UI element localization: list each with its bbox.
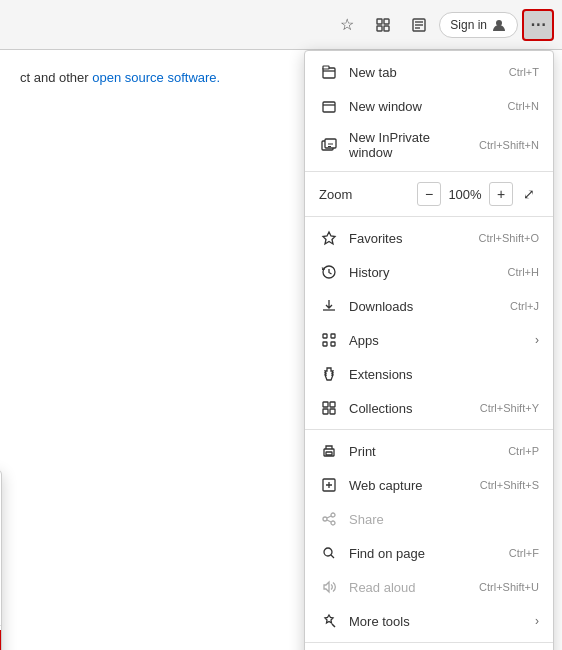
new-tab-shortcut: Ctrl+T bbox=[509, 66, 539, 78]
web-capture-icon bbox=[319, 475, 339, 495]
menu-item-favorites[interactable]: Favorites Ctrl+Shift+O bbox=[305, 221, 553, 255]
menu-item-find[interactable]: Find on page Ctrl+F bbox=[305, 536, 553, 570]
web-capture-label: Web capture bbox=[349, 478, 472, 493]
zoom-out-button[interactable]: − bbox=[417, 182, 441, 206]
svg-rect-23 bbox=[330, 409, 335, 414]
new-tab-label: New tab bbox=[349, 65, 501, 80]
submenu-item-whats-new[interactable]: What's new and tips bbox=[0, 587, 1, 621]
zoom-value: 100% bbox=[447, 187, 483, 202]
svg-rect-1 bbox=[384, 19, 389, 24]
menu-item-print[interactable]: Print Ctrl+P bbox=[305, 434, 553, 468]
sign-in-button[interactable]: Sign in bbox=[439, 12, 518, 38]
share-label: Share bbox=[349, 512, 539, 527]
svg-point-29 bbox=[331, 521, 335, 525]
browser-window: ☆ Sign in ⋯ ct bbox=[0, 0, 562, 650]
submenu-item-send-feedback[interactable]: Send feedback Alt+Shift+I bbox=[0, 509, 1, 553]
extensions-icon bbox=[319, 364, 339, 384]
divider-2 bbox=[305, 216, 553, 217]
svg-rect-16 bbox=[323, 334, 327, 338]
read-aloud-shortcut: Ctrl+Shift+U bbox=[479, 581, 539, 593]
menu-item-more-tools[interactable]: More tools › bbox=[305, 604, 553, 638]
find-shortcut: Ctrl+F bbox=[509, 547, 539, 559]
downloads-shortcut: Ctrl+J bbox=[510, 300, 539, 312]
submenu-item-report-unsafe[interactable]: Report unsafe site bbox=[0, 553, 1, 587]
submenu-item-about-edge[interactable]: About Microsoft Edge bbox=[0, 630, 1, 650]
apps-icon bbox=[319, 330, 339, 350]
svg-rect-22 bbox=[323, 409, 328, 414]
menu-item-collections[interactable]: Collections Ctrl+Shift+Y bbox=[305, 391, 553, 425]
svg-rect-25 bbox=[326, 452, 332, 455]
svg-point-28 bbox=[323, 517, 327, 521]
print-icon bbox=[319, 441, 339, 461]
svg-rect-3 bbox=[384, 26, 389, 31]
favorites-shortcut: Ctrl+Shift+O bbox=[478, 232, 539, 244]
svg-rect-19 bbox=[331, 342, 335, 346]
menu-item-read-aloud[interactable]: Read aloud Ctrl+Shift+U bbox=[305, 570, 553, 604]
favorites-label: Favorites bbox=[349, 231, 470, 246]
divider-3 bbox=[305, 429, 553, 430]
help-submenu: Help F1 Send feedback Alt+Shift+I bbox=[0, 470, 2, 650]
collections-label: Collections bbox=[349, 401, 472, 416]
menu-item-new-window[interactable]: New window Ctrl+N bbox=[305, 89, 553, 123]
apps-label: Apps bbox=[349, 333, 531, 348]
read-aloud-label: Read aloud bbox=[349, 580, 471, 595]
extensions-label: Extensions bbox=[349, 367, 539, 382]
menu-item-extensions[interactable]: Extensions bbox=[305, 357, 553, 391]
inprivate-label: New InPrivate window bbox=[349, 130, 471, 160]
menu-item-downloads[interactable]: Downloads Ctrl+J bbox=[305, 289, 553, 323]
zoom-in-button[interactable]: + bbox=[489, 182, 513, 206]
zoom-label: Zoom bbox=[319, 187, 417, 202]
submenu-divider bbox=[0, 625, 1, 626]
more-menu-button[interactable]: ⋯ bbox=[522, 9, 554, 41]
menu-item-web-capture[interactable]: Web capture Ctrl+Shift+S bbox=[305, 468, 553, 502]
find-label: Find on page bbox=[349, 546, 501, 561]
menu-item-history[interactable]: History Ctrl+H bbox=[305, 255, 553, 289]
svg-rect-2 bbox=[377, 26, 382, 31]
sign-in-label: Sign in bbox=[450, 18, 487, 32]
svg-point-30 bbox=[324, 548, 332, 556]
menu-item-share[interactable]: Share bbox=[305, 502, 553, 536]
favorites-icon bbox=[319, 228, 339, 248]
page-text: ct and other bbox=[20, 70, 92, 85]
reading-view-button[interactable] bbox=[403, 9, 435, 41]
svg-rect-21 bbox=[330, 402, 335, 407]
menu-item-apps[interactable]: Apps › bbox=[305, 323, 553, 357]
collections-shortcut: Ctrl+Shift+Y bbox=[480, 402, 539, 414]
more-tools-icon bbox=[319, 611, 339, 631]
history-shortcut: Ctrl+H bbox=[508, 266, 539, 278]
history-icon bbox=[319, 262, 339, 282]
svg-rect-18 bbox=[323, 342, 327, 346]
more-tools-arrow-icon: › bbox=[535, 614, 539, 628]
collections-button[interactable] bbox=[367, 9, 399, 41]
print-shortcut: Ctrl+P bbox=[508, 445, 539, 457]
downloads-label: Downloads bbox=[349, 299, 502, 314]
more-tools-label: More tools bbox=[349, 614, 531, 629]
zoom-controls: − 100% + ⤢ bbox=[417, 182, 539, 206]
svg-rect-11 bbox=[323, 102, 335, 112]
submenu-item-help[interactable]: Help F1 bbox=[0, 475, 1, 509]
fullscreen-icon[interactable]: ⤢ bbox=[519, 184, 539, 204]
main-dropdown-menu: New tab Ctrl+T New window Ctrl+N bbox=[304, 50, 554, 650]
favorites-star-button[interactable]: ☆ bbox=[331, 9, 363, 41]
menu-item-new-tab[interactable]: New tab Ctrl+T bbox=[305, 55, 553, 89]
apps-arrow-icon: › bbox=[535, 333, 539, 347]
svg-marker-14 bbox=[323, 232, 335, 244]
downloads-icon bbox=[319, 296, 339, 316]
svg-rect-10 bbox=[323, 66, 329, 69]
svg-rect-20 bbox=[323, 402, 328, 407]
share-icon bbox=[319, 509, 339, 529]
open-source-link[interactable]: open source software. bbox=[92, 70, 220, 85]
new-window-icon bbox=[319, 96, 339, 116]
find-icon bbox=[319, 543, 339, 563]
collections-menu-icon bbox=[319, 398, 339, 418]
history-label: History bbox=[349, 265, 500, 280]
svg-rect-17 bbox=[331, 334, 335, 338]
read-aloud-icon bbox=[319, 577, 339, 597]
svg-rect-0 bbox=[377, 19, 382, 24]
inprivate-shortcut: Ctrl+Shift+N bbox=[479, 139, 539, 151]
browser-toolbar: ☆ Sign in ⋯ bbox=[0, 0, 562, 50]
menu-item-inprivate[interactable]: New InPrivate window Ctrl+Shift+N bbox=[305, 123, 553, 167]
web-capture-shortcut: Ctrl+Shift+S bbox=[480, 479, 539, 491]
divider-4 bbox=[305, 642, 553, 643]
zoom-row: Zoom − 100% + ⤢ bbox=[305, 176, 553, 212]
